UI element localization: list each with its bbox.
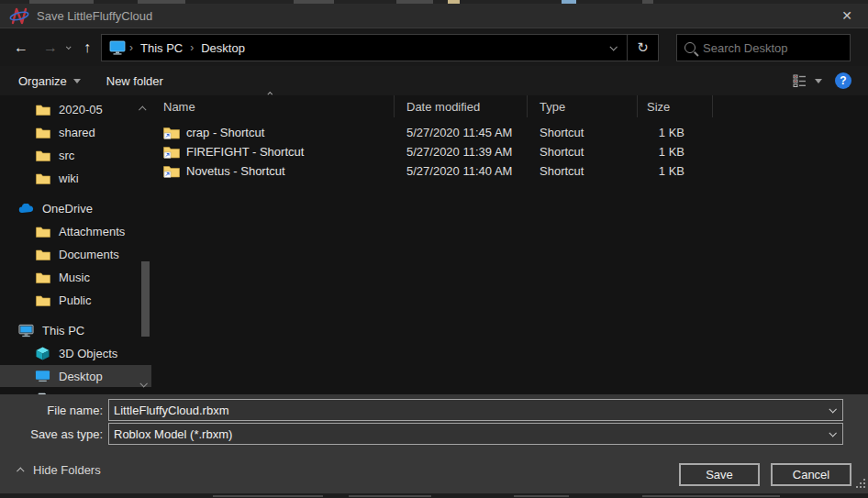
- folder-icon: [35, 172, 50, 184]
- sidebar-item-attachments[interactable]: Attachments: [0, 220, 151, 242]
- column-header-type[interactable]: Type: [528, 95, 638, 117]
- sidebar-scrollbar-thumb[interactable]: [141, 261, 150, 337]
- cancel-button[interactable]: Cancel: [771, 463, 851, 486]
- search-box[interactable]: [676, 34, 851, 61]
- this-pc-icon: [18, 324, 34, 338]
- sidebar-item-documents[interactable]: Documents: [0, 243, 151, 265]
- organize-dropdown-icon: [73, 79, 81, 83]
- novetus-app-icon: [9, 7, 29, 25]
- sidebar-item-documents-pc[interactable]: Documents: [0, 388, 151, 394]
- column-header-date[interactable]: Date modified: [395, 95, 528, 117]
- folder-icon: [35, 271, 50, 283]
- column-headers: Name Date modified Type Size: [151, 95, 868, 117]
- view-mode-button[interactable]: [793, 74, 822, 87]
- sidebar-item-this-pc[interactable]: This PC: [0, 319, 151, 341]
- folder-icon: [35, 249, 50, 260]
- cube-icon: [35, 347, 50, 360]
- sidebar-item-src[interactable]: src: [0, 144, 151, 166]
- save-dialog-window: Save LittleFluffyCloud ✕ ← → ↑ › This PC…: [0, 0, 868, 498]
- sidebar-item-2020-05[interactable]: 2020-05: [0, 98, 151, 120]
- close-icon[interactable]: ✕: [831, 4, 862, 28]
- sidebar-item-desktop[interactable]: Desktop: [0, 365, 151, 387]
- breadcrumb-desktop[interactable]: Desktop: [195, 41, 250, 55]
- file-name-combobox[interactable]: [108, 399, 843, 421]
- sidebar-item-onedrive[interactable]: OneDrive: [0, 197, 151, 219]
- address-bar[interactable]: › This PC › Desktop ↻: [101, 34, 659, 61]
- file-row-firefight[interactable]: FIREFIGHT - Shortcut 5/27/2020 11:39 AM …: [151, 142, 868, 161]
- sidebar-item-shared[interactable]: shared: [0, 121, 151, 143]
- breadcrumb-this-pc[interactable]: This PC: [135, 41, 188, 55]
- sidebar-scroll-down-icon[interactable]: [140, 374, 146, 391]
- sidebar-item-3d-objects[interactable]: 3D Objects: [0, 342, 151, 364]
- address-dropdown-icon[interactable]: [599, 35, 627, 61]
- shortcut-folder-icon: [163, 145, 180, 159]
- help-icon[interactable]: ?: [835, 72, 851, 89]
- main-content: 2020-05 shared src wiki OneDrive Attachm…: [0, 95, 868, 394]
- sidebar-item-wiki[interactable]: wiki: [0, 167, 151, 189]
- save-button[interactable]: Save: [679, 463, 760, 486]
- window-title: Save LittleFluffyCloud: [37, 9, 152, 23]
- breadcrumb-chevron-icon: ›: [128, 41, 135, 54]
- folder-icon: [35, 294, 50, 306]
- file-name-dropdown-icon[interactable]: [829, 405, 836, 413]
- search-input[interactable]: [703, 41, 831, 55]
- onedrive-icon: [18, 204, 34, 214]
- background-window-bottom-sliver: [0, 493, 868, 498]
- refresh-icon[interactable]: ↻: [627, 35, 658, 61]
- sidebar-item-music[interactable]: Music: [0, 266, 151, 288]
- column-header-size[interactable]: Size: [638, 95, 713, 117]
- save-as-type-select[interactable]: Roblox Model (*.rbxm): [108, 423, 843, 445]
- search-icon: [684, 42, 696, 53]
- new-folder-button[interactable]: New folder: [94, 66, 176, 95]
- command-toolbar: Organize New folder ?: [0, 66, 868, 95]
- file-row-crap[interactable]: crap - Shortcut 5/27/2020 11:45 AM Short…: [151, 123, 868, 142]
- folder-icon: [35, 127, 50, 138]
- save-as-type-label: Save as type:: [0, 427, 108, 441]
- hide-folders-button[interactable]: Hide Folders: [18, 463, 101, 477]
- resize-grip[interactable]: [852, 475, 865, 488]
- up-button[interactable]: ↑: [75, 36, 99, 60]
- titlebar: Save LittleFluffyCloud ✕: [0, 4, 868, 28]
- forward-button[interactable]: →: [39, 36, 62, 60]
- sidebar-item-public[interactable]: Public: [0, 289, 151, 311]
- file-row-novetus[interactable]: Novetus - Shortcut 5/27/2020 11:40 AM Sh…: [151, 161, 868, 181]
- navigation-pane: 2020-05 shared src wiki OneDrive Attachm…: [0, 95, 151, 394]
- back-button[interactable]: ←: [9, 36, 33, 60]
- save-controls-panel: File name: Save as type: Roblox Model (*…: [0, 394, 868, 493]
- file-name-input[interactable]: [109, 404, 807, 417]
- breadcrumb-chevron-icon: ›: [188, 41, 195, 54]
- shortcut-folder-icon: [163, 164, 180, 178]
- column-header-name[interactable]: Name: [151, 95, 395, 117]
- file-list: Name Date modified Type Size crap - Shor…: [151, 95, 868, 394]
- view-mode-dropdown-icon: [815, 79, 822, 83]
- folder-icon: [35, 226, 50, 238]
- details-view-icon: [793, 74, 807, 87]
- folder-icon: [35, 149, 50, 161]
- chevron-up-icon: [17, 467, 24, 474]
- folder-icon: [35, 104, 50, 116]
- this-pc-icon: [107, 39, 128, 56]
- desktop-icon: [35, 370, 50, 382]
- save-as-type-value: Roblox Model (*.rbxm): [109, 427, 232, 441]
- organize-button[interactable]: Organize: [0, 66, 94, 95]
- navigation-bar: ← → ↑ › This PC › Desktop ↻: [0, 28, 868, 66]
- recent-locations-icon[interactable]: [61, 36, 75, 60]
- shortcut-folder-icon: [163, 126, 180, 139]
- file-name-label: File name:: [0, 404, 108, 417]
- save-as-type-dropdown-icon[interactable]: [829, 429, 836, 437]
- sidebar-scroll-up-icon[interactable]: [140, 99, 146, 116]
